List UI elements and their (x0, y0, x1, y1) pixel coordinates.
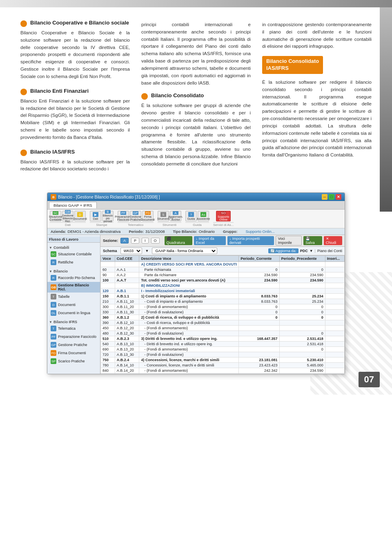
voci-imponile-btn[interactable]: Voci Imponile (276, 236, 302, 246)
table-row[interactable]: 540A.B.13_10- Diritti di brevetto ind. e… (101, 342, 345, 347)
table-row[interactable]: 330A.B.11_30- (Fondi di svalutazione)00 (101, 310, 345, 315)
section-body-consolidato-ias: È la soluzione software per redigere il … (262, 79, 372, 159)
import-excel-btn[interactable]: ↓ Import da Excel (194, 236, 226, 245)
importa-prospetti-btn[interactable]: ↓ Importa prospetti derivati (227, 236, 274, 245)
salva-btn[interactable]: 💾 Salva (303, 236, 322, 245)
aggiorna-btn[interactable]: 🔄 Aggiorna da: (268, 248, 298, 253)
section-body-cooperative: Bilancio Cooperative e Bilancio Sociale … (20, 29, 130, 80)
table-row[interactable]: B) IMMOBILIZZAZIONI (101, 283, 345, 288)
table-row[interactable]: A) CREDITI VERSO SOCI PER VERS. ANCORA D… (101, 262, 345, 267)
toolbar-group-stampe: ▶ Dati B Bilanciopiù periodi Stampe (90, 211, 114, 227)
section-tab-a[interactable]: A (120, 238, 129, 243)
tab-bilancio-gaap[interactable]: Bilancio GAAP + IFRS (49, 202, 97, 208)
sidebar-item-gestione-bilancio[interactable]: GB Gestione Bilancio Ricl. (47, 282, 100, 293)
toolbar-btn-strumenti[interactable]: S Strumenti (158, 211, 169, 221)
table-row[interactable]: 210A.B.11_10- Costi di impianto e di amp… (101, 299, 345, 304)
table-row[interactable]: 60A.A.1Parte richiamata00 (101, 267, 345, 272)
right-decorative-strip (380, 7, 392, 212)
orange-bullet-enti (20, 89, 27, 95)
toolbar-btn-documenti[interactable]: D Documenti (74, 211, 86, 221)
sidebar-item-firma[interactable]: FD Firma Documenti (47, 349, 100, 357)
table-row[interactable]: 480A.B.12_30- (Fondi di svalutazione)0 (101, 331, 345, 336)
situazione-icon: SC (53, 211, 58, 215)
table-row[interactable]: 100A.A.TTot. crediti verso soci per vers… (101, 278, 345, 283)
situazione-sidebar-icon: SC (51, 251, 56, 257)
section-bilancio-ias: Bilancio IAS/IFRS Bilancio IAS/IFRS è la… (20, 149, 130, 173)
table-row[interactable]: 510A.B.2.33) Diritti di brevetto ind. e … (101, 336, 345, 342)
table-row[interactable]: 450A.B.12_20- (Fondi di ammortamento) (101, 326, 345, 331)
sidebar-item-rettifiche[interactable]: R Rettifiche (47, 258, 100, 266)
toolbar-group-guida: ? Guida As Assistente Guida (185, 211, 209, 227)
close-button[interactable]: ✕ (336, 194, 341, 200)
section-tab-p[interactable]: P (131, 238, 139, 243)
maximize-button[interactable]: □ (329, 194, 334, 200)
sidebar-item-raccordo[interactable]: R Raccordo Pto-Schema (47, 274, 100, 282)
info-azienda: Azienda: DEMO1 - Azienda dimostrativa (51, 229, 120, 234)
section-col2-text1: principi contabili internazionali e cont… (141, 21, 251, 87)
table-header-row: Voce Cod.CEE Descrizione Voce Periodo_Co… (101, 256, 345, 262)
toolbar-btn-situazione[interactable]: SC SituazioneContabile (50, 211, 61, 221)
sidebar-item-documenti-lingua[interactable]: DL Documenti in lingua (47, 309, 100, 317)
toolbar-btn-aggiornamento[interactable]: A Aggiornam.Archivi (170, 211, 181, 221)
info-supporto: Supporto Onlin... (245, 229, 274, 234)
table-row[interactable]: 360A.B.1.22) Costi di ricerca, di svilup… (101, 315, 345, 320)
prep-fascicolo-sidebar-icon: PF (51, 334, 56, 340)
info-azienda-value: DEMO1 - Azienda dimostrativa (68, 229, 121, 234)
table-row[interactable]: 120A.B.1I - Immobilizzazioni immateriali (101, 288, 345, 294)
window-app-icon: B (51, 194, 56, 200)
guida-icon: ? (188, 212, 194, 217)
sidebar-item-telematica[interactable]: T Telematica (47, 324, 100, 333)
col-curr: Periodo_Corrente (239, 256, 279, 262)
sidebar: Flusso di Lavoro ▼ Contabili SC Situazio… (47, 235, 100, 374)
toolbar-btn-prep-fascicolo[interactable]: PF PreparazioneFascicolo (118, 211, 129, 221)
tabelle-icon: T (51, 294, 56, 299)
section-tab-i[interactable]: I (142, 238, 149, 243)
sidebar-item-documenti[interactable]: D Documenti (47, 301, 100, 309)
schema-select[interactable]: WK03 (120, 248, 142, 254)
table-row[interactable]: 780A.B.14_10- Concessioni, licenze, marc… (101, 363, 345, 368)
info-gruppo: Gruppo: (223, 230, 238, 234)
sidebar-item-prep-fascicolo[interactable]: PF Preparazione Fascicolo (47, 333, 100, 341)
sidebar-item-scarico[interactable]: SP Scarico Pratiche (47, 357, 100, 365)
toolbar-btn-gestione[interactable]: GB GestioneBilancio Ricl. (62, 211, 74, 221)
software-window: B Bilancio - [Gestione Bilancio Riclassi… (47, 192, 345, 374)
window-toolbar: SC SituazioneContabile GB GestioneBilanc… (47, 210, 345, 228)
toolbar-btn-guida[interactable]: ? Guida (185, 211, 197, 221)
table-row[interactable]: 690A.B.13_20- (Fondi di ammortamento)0 (101, 347, 345, 352)
toolbar-btn-dati-stampe[interactable]: ▶ Dati (90, 211, 101, 221)
table-row[interactable]: 150A.B.1.11) Costi di impianto e di ampl… (101, 294, 345, 299)
table-row[interactable]: 930A.B.14_30- (Fondi di svalutazione)0 (101, 373, 345, 374)
toolbar-btn-firma[interactable]: FD FirmaDocumenti (142, 211, 154, 221)
toolbar-btn-supporto[interactable]: SO SupportoOnline (216, 211, 231, 221)
table-row[interactable]: 390A.B.12_10- Costi di ricerca, sviluppo… (101, 320, 345, 326)
section-tab-o[interactable]: O (151, 238, 160, 243)
toolbar-group-telematico: PF PreparazioneFascicolo GP GestionePrat… (118, 211, 154, 227)
gaap-select[interactable]: GAAP Italia - forma Ordinaria (152, 248, 217, 254)
toolbar-btn-gest-pratiche[interactable]: GP GestionePratiche (130, 211, 141, 221)
table-row[interactable]: 840A.B.14_20- (Fondi di ammortamento)242… (101, 368, 345, 373)
sidebar-item-gest-pratiche[interactable]: GP Gestione Pratiche (47, 341, 100, 349)
documenti-lingua-icon: DL (51, 310, 56, 316)
chiudi-btn[interactable]: ✕ Chiudi (324, 236, 342, 245)
minimize-button[interactable]: ─ (322, 194, 327, 200)
gestione-bilancio-icon: GB (51, 284, 56, 290)
toolbar-label-servizi: Servizi di As... (213, 222, 234, 227)
table-row[interactable]: 300A.B.11_20- (Fondi di ammortamento)00 (101, 304, 345, 310)
stampe-icon: ▶ (93, 212, 98, 217)
toolbar-group-dati: SC SituazioneContabile GB GestioneBilanc… (50, 211, 86, 227)
toolbar-btns-guida: ? Guida As Assistente (185, 211, 209, 221)
toolbar-label-guida: Guida (185, 222, 209, 227)
toolbar-btn-bilancio-piu[interactable]: B Bilanciopiù periodi (102, 211, 114, 221)
action-buttons: ⬛ Quadratura ↓ Import da Excel ↓ Importa… (165, 236, 342, 246)
toolbar-btns-servizi: SO SupportoOnline (216, 211, 231, 221)
sidebar-item-tabelle[interactable]: T Tabelle (47, 293, 100, 301)
table-row[interactable]: 720A.B.13_30- (Fondi di svalutazione) (101, 352, 345, 357)
table-row[interactable]: 750A.B.2.44) Concessioni, licenze, march… (101, 357, 345, 363)
toolbar-btn-assistente[interactable]: As Assistente (198, 211, 209, 221)
sidebar-item-situazione[interactable]: SC Situazione Contabile (47, 250, 100, 258)
gestione-icon: GB (65, 210, 71, 214)
quadratura-btn[interactable]: ⬛ Quadratura (165, 236, 192, 245)
section-bilancio-consolidato-ias: Bilancio ConsolidatoIAS/IFRS È la soluzi… (262, 56, 372, 159)
table-body: A) CREDITI VERSO SOCI PER VERS. ANCORA D… (101, 262, 345, 374)
table-row[interactable]: 90A.A.2Parte da richiamare234.590234.590 (101, 272, 345, 278)
